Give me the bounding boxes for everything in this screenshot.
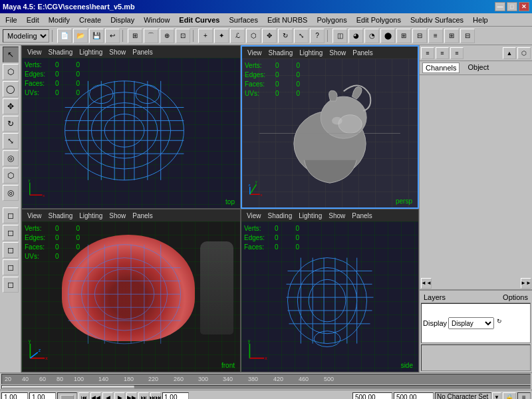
- refresh-btn[interactable]: ↻: [497, 318, 507, 329]
- tab-object[interactable]: Object: [465, 63, 491, 73]
- menu-subdiv-surfaces[interactable]: Subdiv Surfaces: [406, 15, 467, 25]
- tool-unknown8[interactable]: ◻: [3, 277, 19, 293]
- toolbar-snap-curve[interactable]: ⌒: [144, 29, 158, 43]
- lock-btn[interactable]: 🔒: [503, 392, 516, 400]
- toolbar-grid2[interactable]: ⊞: [396, 29, 411, 43]
- nav-right-btn[interactable]: ►►: [521, 278, 531, 289]
- tool-unknown6[interactable]: ◻: [3, 242, 19, 258]
- vp-tr-shading[interactable]: Shading: [266, 49, 296, 57]
- maximize-button[interactable]: □: [507, 2, 517, 11]
- pb-prev-key[interactable]: ◀◀: [90, 392, 101, 400]
- menu-surfaces[interactable]: Surfaces: [225, 15, 261, 25]
- viewport-side[interactable]: View Shading Lighting Show Panels Verts:…: [241, 209, 419, 372]
- vp-tl-lighting[interactable]: Lighting: [76, 48, 105, 57]
- toolbar-shader[interactable]: ⬤: [380, 29, 395, 43]
- display-select[interactable]: Display Normal Reference Template: [448, 317, 494, 329]
- viewport-front[interactable]: View Shading Lighting Show Panels Verts:…: [21, 209, 241, 372]
- vp-tl-view[interactable]: View: [25, 48, 45, 57]
- vp-bl-panels[interactable]: Panels: [130, 211, 156, 220]
- range-thumb[interactable]: [2, 386, 134, 388]
- pb-start[interactable]: ⏮: [78, 392, 89, 400]
- menu-display[interactable]: Display: [106, 15, 138, 25]
- modeling-dropdown[interactable]: Modeling Animation Dynamics Rendering: [3, 29, 49, 43]
- pb-next[interactable]: ▶▶: [126, 392, 137, 400]
- tab-channels[interactable]: Channels: [422, 63, 460, 73]
- tool-unknown4[interactable]: ◻: [3, 207, 19, 223]
- fps-field[interactable]: 1.00: [162, 392, 189, 400]
- vp-br-view[interactable]: View: [244, 211, 264, 220]
- menu-window[interactable]: Window: [140, 15, 174, 25]
- rt-btn-1[interactable]: ≡: [421, 47, 434, 59]
- vp-tr-panels[interactable]: Panels: [350, 49, 376, 57]
- tool-paint[interactable]: ◯: [3, 81, 19, 97]
- vp-tr-content[interactable]: Verts:00 Edges:00 Faces:00 UVs:00: [242, 59, 418, 207]
- menu-modify[interactable]: Modify: [45, 15, 74, 25]
- toolbar-select[interactable]: ✦: [214, 29, 229, 43]
- toolbar-open[interactable]: 📂: [73, 29, 88, 43]
- menu-edit-nurbs[interactable]: Edit NURBS: [263, 15, 312, 25]
- toolbar-snap-point[interactable]: ⊕: [160, 29, 174, 43]
- nav-left-btn[interactable]: ◄◄: [421, 278, 432, 289]
- scrubber-thumb[interactable]: [61, 395, 74, 400]
- rt-btn-5[interactable]: ⬡: [517, 47, 531, 59]
- vp-br-show[interactable]: Show: [326, 211, 348, 220]
- vp-br-panels[interactable]: Panels: [349, 211, 375, 220]
- vp-tr-show[interactable]: Show: [327, 49, 348, 57]
- toolbar-q[interactable]: ?: [310, 29, 325, 43]
- toolbar-scale[interactable]: ⤡: [294, 29, 309, 43]
- toolbar-align3[interactable]: ⊟: [460, 29, 475, 43]
- menu-file[interactable]: File: [1, 15, 21, 25]
- minimize-button[interactable]: —: [495, 2, 505, 11]
- menu-polygons[interactable]: Polygons: [313, 15, 350, 25]
- vp-tr-view[interactable]: View: [245, 49, 265, 57]
- toolbar-align2[interactable]: ⊞: [444, 29, 459, 43]
- frame-current-field[interactable]: 1.00: [29, 392, 56, 400]
- vp-tr-lighting[interactable]: Lighting: [297, 49, 325, 57]
- toolbar-lasso[interactable]: ℒ: [230, 29, 245, 43]
- vp-br-shading[interactable]: Shading: [265, 211, 295, 220]
- tool-lasso[interactable]: ⬡: [3, 64, 19, 80]
- close-button[interactable]: ✕: [519, 2, 529, 11]
- vp-bl-shading[interactable]: Shading: [46, 211, 76, 220]
- toolbar-rotate[interactable]: ↻: [278, 29, 293, 43]
- frame-start-field[interactable]: 1.00: [1, 392, 28, 400]
- range-bar[interactable]: [1, 385, 531, 389]
- toolbar-align[interactable]: ≡: [428, 29, 443, 43]
- toolbar-render[interactable]: ◕: [348, 29, 363, 43]
- menu-edit[interactable]: Edit: [23, 15, 43, 25]
- pb-end[interactable]: ⏭: [138, 392, 149, 400]
- tool-unknown7[interactable]: ◻: [3, 259, 19, 275]
- menu-create[interactable]: Create: [75, 15, 105, 25]
- vp-tl-show[interactable]: Show: [106, 48, 128, 57]
- pb-play[interactable]: ▶: [114, 392, 125, 400]
- rt-btn-4[interactable]: ▲: [503, 47, 516, 59]
- rt-btn-2[interactable]: ≡: [436, 47, 449, 59]
- toolbar-snap-grid[interactable]: ⊞: [128, 29, 142, 43]
- frame-scrubber[interactable]: [57, 392, 77, 400]
- toolbar-ipr[interactable]: ◔: [364, 29, 379, 43]
- menu-edit-polygons[interactable]: Edit Polygons: [352, 15, 405, 25]
- vp-bl-lighting[interactable]: Lighting: [76, 211, 105, 220]
- tool-unknown1[interactable]: ◎: [3, 150, 19, 166]
- toolbar-undo[interactable]: ↩: [105, 29, 120, 43]
- toolbar-history[interactable]: ◫: [332, 29, 347, 43]
- tool-unknown2[interactable]: ⬡: [3, 168, 19, 184]
- toolbar-paintsel[interactable]: ⬡: [246, 29, 261, 43]
- frame-end-field2[interactable]: 500.00: [394, 392, 434, 400]
- vp-bl-show[interactable]: Show: [106, 211, 128, 220]
- vp-bl-content[interactable]: Verts:00 Edges:00 Faces:00 UVs:0: [22, 221, 240, 372]
- tool-select[interactable]: ↖: [3, 47, 19, 63]
- toolbar-move[interactable]: ✥: [262, 29, 277, 43]
- pb-prev[interactable]: ◀: [102, 392, 113, 400]
- char-set-btn[interactable]: ▼: [492, 392, 501, 400]
- viewport-persp[interactable]: View Shading Lighting Show Panels Verts:…: [241, 45, 419, 209]
- vp-tl-panels[interactable]: Panels: [130, 48, 156, 57]
- rt-btn-3[interactable]: ≡: [450, 47, 464, 59]
- vp-tl-content[interactable]: Verts:00 Edges:00 Faces:00 UVs:00: [22, 58, 240, 208]
- tool-scale[interactable]: ⤡: [3, 133, 19, 149]
- toolbar-save[interactable]: 💾: [89, 29, 104, 43]
- vp-bl-view[interactable]: View: [25, 211, 45, 220]
- toolbar-grid3[interactable]: ⊟: [412, 29, 427, 43]
- tool-rotate[interactable]: ↻: [3, 116, 19, 132]
- vp-tl-shading[interactable]: Shading: [46, 48, 76, 57]
